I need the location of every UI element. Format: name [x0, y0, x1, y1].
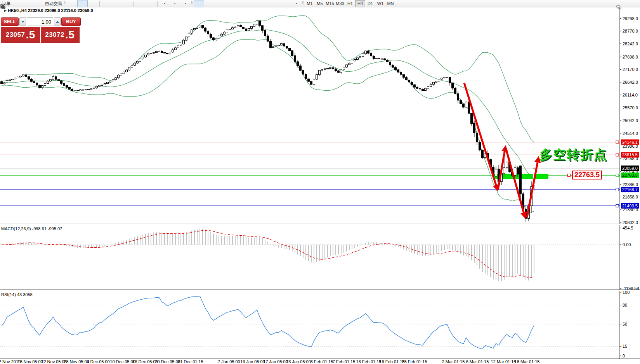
text-button[interactable]: A — [270, 0, 280, 7]
trend-arrow-annotation[interactable] — [506, 149, 525, 216]
candle-body — [272, 47, 274, 48]
dropdown-caret-icon[interactable]: ▾ — [163, 2, 165, 5]
candle-body — [482, 150, 484, 158]
candle-body — [213, 38, 215, 40]
chart-title: HK50-,H4 22329.0 23096.0 22116.0 23059.0 — [3, 8, 93, 13]
bid-price: 23057.5 — [1, 27, 40, 43]
timeframe-button-m30[interactable]: M30 — [335, 0, 345, 7]
time-axis-label: 23 Jan 05:00 — [286, 359, 311, 364]
candle-body — [218, 36, 220, 38]
timeframe-button-w1[interactable]: W1 — [375, 0, 385, 7]
level-marker-square[interactable] — [616, 188, 619, 191]
price-axis-label: 22386.0 — [623, 182, 638, 187]
candle-body — [210, 34, 212, 38]
level-marker-square[interactable] — [616, 154, 619, 156]
candle-body — [343, 67, 345, 70]
toolbar-drag-handle[interactable] — [64, 1, 66, 7]
candle-body — [256, 21, 258, 24]
trend-arrow-annotation[interactable] — [527, 159, 538, 217]
candlestick-chart-button[interactable] — [77, 0, 88, 7]
candle-body — [357, 58, 359, 59]
vertical-line-button[interactable] — [217, 0, 228, 7]
zoom-out-button[interactable] — [111, 0, 122, 7]
level-marker-square[interactable] — [616, 174, 619, 177]
toolbar-drag-handle[interactable] — [302, 1, 304, 7]
candle-body — [384, 59, 386, 60]
candle-body — [172, 50, 174, 52]
new-chart-button[interactable]: ▾ — [159, 0, 169, 7]
timeframe-button-m1[interactable]: M1 — [305, 0, 315, 7]
cursor-button[interactable] — [194, 0, 204, 7]
bid-ask-display[interactable]: 23057.5 23072.5 — [1, 27, 80, 43]
candle-body — [156, 52, 158, 53]
turning-point-annotation[interactable]: 多空转折点 — [539, 146, 607, 164]
candle-body — [58, 79, 60, 81]
rsi-pane[interactable]: 1008050150 — [0, 291, 640, 359]
trendline-button[interactable] — [238, 0, 249, 7]
timeframe-button-mn[interactable]: MN — [385, 0, 395, 7]
arrows-button[interactable]: ▾ — [291, 0, 301, 7]
dropdown-caret-icon[interactable]: ▾ — [174, 2, 175, 5]
trend-arrow-annotation[interactable] — [464, 83, 497, 189]
candle-body — [88, 89, 90, 90]
volume-increase-button[interactable] — [54, 17, 61, 26]
candle-body — [319, 70, 321, 74]
price-label-annotation[interactable]: 22763.5 — [572, 171, 602, 179]
candle-body — [495, 169, 497, 176]
candle-body — [449, 77, 451, 83]
candle-body — [294, 56, 296, 62]
time-axis-label: 7 Feb 01:15 — [333, 359, 356, 364]
level-marker-square[interactable] — [616, 204, 619, 207]
candle-body — [441, 78, 443, 79]
candle-body — [42, 85, 43, 88]
macd-pane[interactable]: 454.50.00-1198.58 — [0, 225, 640, 290]
price-badge-label: 23615.5 — [622, 152, 638, 157]
line-chart-button[interactable] — [88, 0, 98, 7]
candle-body — [3, 83, 5, 84]
timeframe-button-m5[interactable]: M5 — [315, 0, 325, 7]
time-axis-label: 18 Mar 01:15 — [515, 359, 540, 364]
horizontal-line-button[interactable] — [228, 0, 238, 7]
bar-chart-button[interactable] — [67, 0, 77, 7]
timeframe-button-h1[interactable]: H1 — [345, 0, 355, 7]
level-marker-square[interactable] — [616, 141, 619, 143]
main-chart-pane[interactable]: 29298.028770.028242.027698.027170.026642… — [0, 7, 640, 224]
text-label-button[interactable]: T — [280, 0, 291, 7]
tile-windows-button[interactable] — [122, 0, 132, 7]
dropdown-caret-icon[interactable]: ▾ — [184, 2, 186, 5]
candle-body — [460, 100, 462, 104]
macd-axis-label: -1198.58 — [623, 286, 639, 290]
crosshair-button[interactable] — [204, 0, 215, 7]
chart-shift-button[interactable] — [146, 0, 156, 7]
equidistant-channel-button[interactable]: E — [249, 0, 259, 7]
candle-body — [327, 68, 329, 69]
terminal-button[interactable] — [22, 0, 33, 7]
zoom-in-button[interactable] — [101, 0, 111, 7]
volume-input[interactable] — [27, 17, 53, 26]
timeframe-button-m15[interactable]: M15 — [325, 0, 335, 7]
rsi-line — [2, 296, 534, 349]
timeframe-button-d1[interactable]: D1 — [365, 0, 375, 7]
signal-button[interactable] — [33, 0, 43, 7]
timeframe-button-h4[interactable]: H4 — [355, 0, 365, 7]
volume-decrease-button[interactable] — [19, 17, 26, 26]
candle-body — [400, 72, 402, 74]
toolbar-drag-handle[interactable] — [191, 1, 193, 7]
fibonacci-button[interactable]: F — [259, 0, 270, 7]
time-axis[interactable]: 2 Nov 201918 Nov 05:0022 Nov 05:0028 Nov… — [0, 359, 640, 364]
candle-body — [248, 28, 250, 31]
macd-axis-label: 0.00 — [623, 242, 631, 247]
sell-button[interactable]: SELL — [1, 17, 19, 26]
profiles-button[interactable]: ▾ — [169, 0, 180, 7]
dropdown-caret-icon[interactable]: ▾ — [295, 2, 297, 5]
candle-body — [473, 124, 475, 133]
buy-button[interactable]: BUY — [61, 17, 81, 26]
autotrading-button[interactable]: 自动交易 — [43, 0, 63, 7]
templates-button[interactable]: ▾ — [180, 0, 190, 7]
auto-scroll-button[interactable] — [135, 0, 146, 7]
chat-button[interactable] — [628, 0, 638, 8]
gold-symbol-button[interactable] — [12, 0, 22, 7]
candle-body — [226, 30, 228, 32]
candle-body — [291, 51, 293, 56]
price-label-anchor-marker[interactable] — [567, 174, 571, 177]
